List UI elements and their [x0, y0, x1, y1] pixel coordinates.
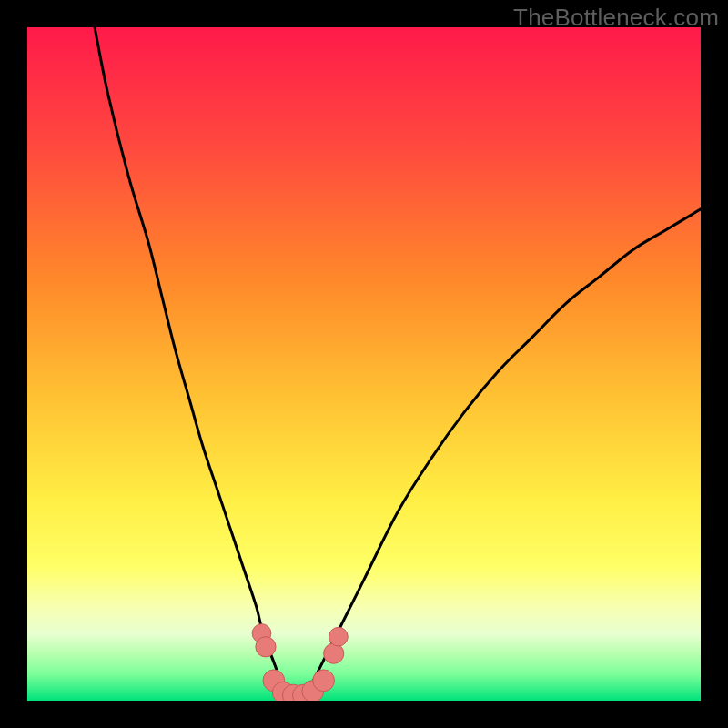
chart-plot-area — [27, 27, 701, 701]
chart-frame: TheBottleneck.com — [0, 0, 728, 728]
chart-svg — [27, 27, 701, 701]
chart-background-gradient — [27, 27, 701, 701]
data-marker — [324, 643, 344, 663]
data-marker — [256, 637, 276, 657]
data-marker — [313, 670, 335, 692]
watermark-text: TheBottleneck.com — [513, 4, 719, 32]
data-marker — [329, 627, 349, 646]
